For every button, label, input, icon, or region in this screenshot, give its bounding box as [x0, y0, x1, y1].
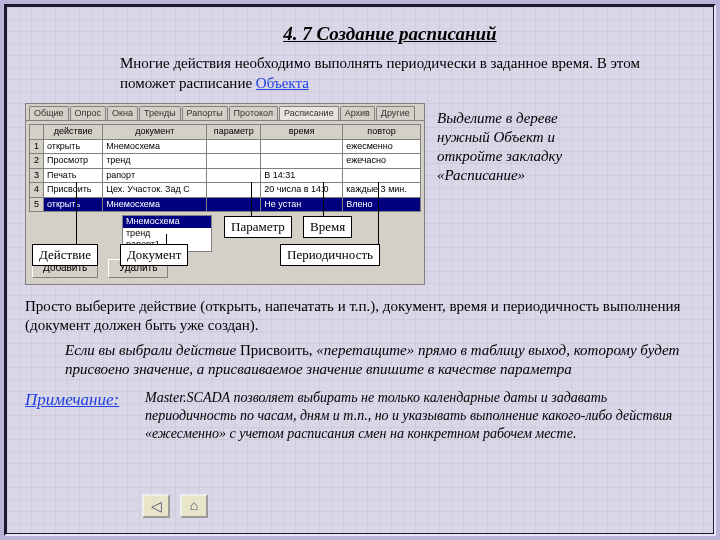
screenshot-panel: Общие Опрос Окна Тренды Рапорты Протокол… [25, 103, 425, 285]
intro-text: Многие действия необходимо выполнять пер… [120, 54, 685, 92]
nav-back-button[interactable]: ◁ [142, 494, 170, 518]
table-row[interactable]: 3 Печать рапорт В 14:31 [30, 168, 421, 183]
paragraph-1: Просто выберите действие (открыть, напеч… [25, 297, 685, 335]
table-row[interactable]: 5 открыть Мнемосхема Не устан Влено [30, 197, 421, 212]
tab-windows[interactable]: Окна [107, 106, 138, 121]
col-rowhead [30, 125, 44, 140]
callout-line [378, 182, 379, 244]
intro-plain: Многие действия необходимо выполнять пер… [120, 55, 640, 90]
table-row[interactable]: 1 открыть Мнемосхема ежесменно [30, 139, 421, 154]
note-label: Примечание: [25, 389, 135, 411]
tab-bar: Общие Опрос Окна Тренды Рапорты Протокол… [26, 104, 424, 122]
tab-poll[interactable]: Опрос [70, 106, 106, 121]
note-body: Master.SCADA позволяет выбирать не тольк… [145, 389, 685, 443]
tab-general[interactable]: Общие [29, 106, 69, 121]
callout-action: Действие [32, 244, 98, 267]
tab-reports[interactable]: Рапорты [182, 106, 228, 121]
callout-line [251, 182, 252, 216]
section-heading: 4. 7 Создание расписаний [95, 22, 685, 46]
tab-protocol[interactable]: Протокол [229, 106, 278, 121]
object-link[interactable]: Объекта [256, 75, 309, 91]
callout-line [76, 182, 77, 244]
schedule-grid[interactable]: действие документ параметр время повтор … [29, 124, 421, 212]
tab-other[interactable]: Другие [376, 106, 415, 121]
tab-archive[interactable]: Архив [340, 106, 375, 121]
table-row[interactable]: 2 Просмотр тренд ежечасно [30, 154, 421, 169]
callout-line [166, 234, 167, 244]
callout-period: Периодичность [280, 244, 380, 267]
callout-document: Документ [120, 244, 188, 267]
col-param: параметр [207, 125, 261, 140]
col-time: время [261, 125, 343, 140]
dropdown-selected: Мнемосхема [123, 216, 211, 228]
tab-trends[interactable]: Тренды [139, 106, 181, 121]
nav-home-button[interactable]: ⌂ [180, 494, 208, 518]
col-repeat: повтор [343, 125, 421, 140]
tab-schedule[interactable]: Расписание [279, 106, 339, 121]
callout-time: Время [303, 216, 352, 239]
callout-line [323, 182, 324, 216]
paragraph-2: Если вы выбрали действие Присвоить, «пер… [65, 341, 685, 379]
callout-param: Параметр [224, 216, 292, 239]
col-action: действие [44, 125, 103, 140]
dropdown-item[interactable]: тренд [123, 228, 211, 240]
table-row[interactable]: 4 Присвоить Цех. Участок. Зад С 20 числа… [30, 183, 421, 198]
col-document: документ [103, 125, 207, 140]
side-note: Выделите в дереве нужный Объект и открой… [437, 103, 587, 186]
